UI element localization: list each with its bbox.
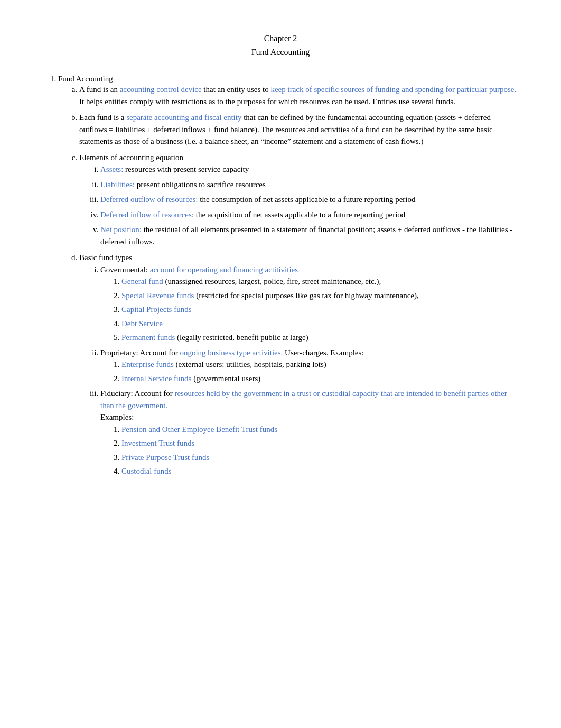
item-d-i-1: General fund (unassigned resources, larg…	[121, 275, 519, 288]
item-d-i-4: Debt Service	[121, 318, 519, 330]
decimal-list-d-iii: Pension and Other Employee Benefit Trust…	[100, 423, 519, 477]
item-c-iv-blue: Deferred inflow of resources:	[100, 210, 194, 219]
item-d-i-5-blue: Permanent funds	[121, 333, 175, 342]
item-d-iii-2: Investment Trust funds	[121, 437, 519, 449]
item-c-iii-blue: Deferred outflow of resources:	[100, 195, 198, 204]
header-line1: Chapter 2	[264, 34, 297, 43]
item-d-iii-4-blue: Custodial funds	[121, 467, 172, 475]
item-d-ii-2: Internal Service funds (governmental use…	[121, 373, 519, 385]
item-d-i-1-blue: General fund	[121, 277, 163, 285]
item-d-iii-1: Pension and Other Employee Benefit Trust…	[121, 423, 519, 436]
alpha-list: A fund is an accounting control device t…	[58, 84, 519, 477]
item-d-iii-4: Custodial funds	[121, 465, 519, 477]
item-d-i-blue: account for operating and financing acti…	[150, 265, 298, 274]
item-d-ii-1: Enterprise funds (external users: utilit…	[121, 358, 519, 371]
item-d-ii-blue: ongoing business type activities.	[180, 348, 283, 357]
item-c: Elements of accounting equation Assets: …	[79, 152, 519, 248]
item-d-ii: Proprietary: Account for ongoing busines…	[100, 347, 519, 385]
main-list: Fund Accounting A fund is an accounting …	[42, 75, 519, 477]
item-c-i-text: resources with present service capacity	[123, 165, 249, 173]
item-d-i-5-text: (legally restricted, benefit public at l…	[175, 333, 308, 342]
item-d-iii: Fiduciary: Account for resources held by…	[100, 388, 519, 477]
item-d-iii-1-blue: Pension and Other Employee Benefit Trust…	[121, 425, 277, 434]
item-b-blue1: separate accounting and fiscal entity	[126, 113, 241, 122]
item-c-ii-blue: Liabilities:	[100, 180, 135, 189]
item-c-v-blue: Net position:	[100, 225, 142, 234]
header-line2: Fund Accounting	[251, 48, 310, 57]
item-c-v: Net position: the residual of all elemen…	[100, 224, 519, 247]
item-d-iii-3: Private Purpose Trust funds	[121, 451, 519, 464]
item-d: Basic fund types Governmental: account f…	[79, 252, 519, 477]
decimal-list-d-ii: Enterprise funds (external users: utilit…	[100, 358, 519, 384]
item-d-ii-1-blue: Enterprise funds	[121, 360, 174, 368]
item-d-iii-prefix: Fiduciary: Account for	[100, 389, 174, 398]
item-d-ii-1-text: (external users: utilities, hospitals, p…	[174, 360, 326, 368]
item-c-iv: Deferred inflow of resources: the acquis…	[100, 209, 519, 221]
item-d-iii-2-blue: Investment Trust funds	[121, 439, 194, 447]
item-d-i-2: Special Revenue funds (restricted for sp…	[121, 290, 519, 302]
item-d-ii-2-blue: Internal Service funds	[121, 374, 191, 383]
item-d-iii-suffix: Examples:	[100, 413, 134, 421]
section-1-title: Fund Accounting	[58, 75, 113, 83]
item-c-ii: Liabilities: present obligations to sacr…	[100, 179, 519, 191]
item-b-prefix: Each fund is a	[79, 113, 126, 122]
item-a-suffix: It helps entities comply with restrictio…	[79, 97, 455, 106]
page-header: Chapter 2 Fund Accounting	[42, 32, 519, 59]
item-a: A fund is an accounting control device t…	[79, 84, 519, 107]
item-b: Each fund is a separate accounting and f…	[79, 112, 519, 148]
item-d-ii-prefix: Proprietary: Account for	[100, 348, 180, 357]
roman-list-d: Governmental: account for operating and …	[79, 264, 519, 477]
item-a-blue1: accounting control device	[120, 85, 202, 94]
roman-list-c: Assets: resources with present service c…	[79, 163, 519, 247]
item-d-i-4-blue: Debt Service	[121, 319, 163, 328]
item-d-i-3-blue: Capital Projects funds	[121, 305, 191, 314]
item-c-ii-text: present obligations to sacrifice resourc…	[135, 180, 266, 189]
item-d-i-2-blue: Special Revenue funds	[121, 291, 194, 300]
item-a-blue2: keep track of specific sources of fundin…	[270, 85, 516, 94]
item-c-i-blue: Assets:	[100, 165, 123, 173]
item-d-i: Governmental: account for operating and …	[100, 264, 519, 344]
item-c-iii: Deferred outflow of resources: the consu…	[100, 193, 519, 206]
item-a-prefix: A fund is an	[79, 85, 120, 94]
item-d-ii-suffix: User-charges. Examples:	[283, 348, 363, 357]
item-d-i-3: Capital Projects funds	[121, 303, 519, 316]
item-d-i-2-text: (restricted for special purposes like ga…	[194, 291, 418, 300]
decimal-list-d-i: General fund (unassigned resources, larg…	[100, 275, 519, 344]
item-d-iii-3-blue: Private Purpose Trust funds	[121, 453, 209, 462]
item-c-iii-text: the consumption of net assets applicable…	[198, 195, 416, 204]
section-1: Fund Accounting A fund is an accounting …	[58, 75, 519, 477]
item-d-ii-2-text: (governmental users)	[191, 374, 260, 383]
item-d-label: Basic fund types	[79, 253, 132, 262]
item-a-middle1: that an entity uses to	[202, 85, 271, 94]
item-c-v-text: the residual of all elements presented i…	[100, 225, 512, 246]
item-d-i-5: Permanent funds (legally restricted, ben…	[121, 331, 519, 344]
item-d-i-1-text: (unassigned resources, largest, police, …	[163, 277, 381, 285]
item-d-i-prefix: Governmental:	[100, 265, 150, 274]
item-c-i: Assets: resources with present service c…	[100, 163, 519, 176]
item-c-iv-text: the acquisition of net assets applicable…	[194, 210, 405, 219]
item-c-label: Elements of accounting equation	[79, 153, 183, 162]
